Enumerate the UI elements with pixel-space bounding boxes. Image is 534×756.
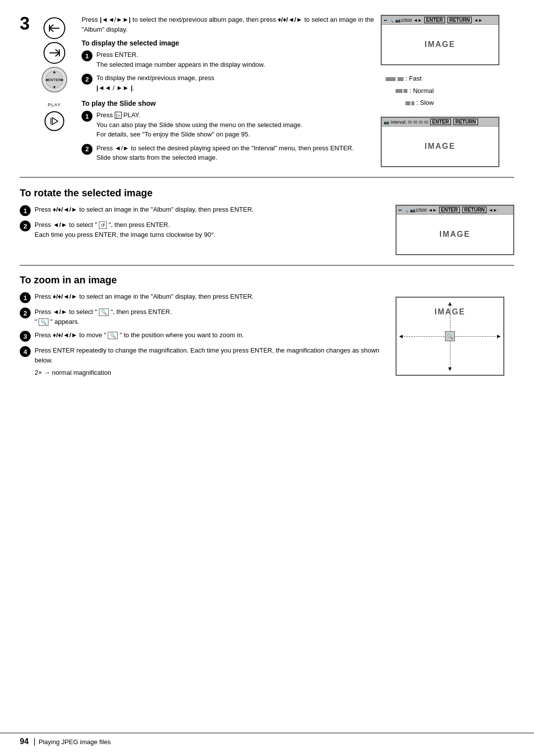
section-3-icons: ENTER ▲ ▼ ◄ ► PLAY [35,15,74,167]
rotate-step1-circle: 1 [20,205,31,216]
zoom-step2-circle: 2 [20,308,31,318]
rotate-diagram: ▪▪🔍📷1/500◄► ENTERRETURN◄► IMAGE [396,205,514,255]
slideshow-step2: 2 Press ◄/► to select the desired playin… [82,143,376,163]
slideshow-step1-text: Press ▷ PLAY. You can also play the Slid… [96,110,376,139]
zoom-step4: 4 Press ENTER repeatedly to change the m… [20,346,386,365]
speed-slow: : Slow [405,97,514,109]
footer-text: Playing JPEG image files [39,738,111,746]
slideshow-step2-text: Press ◄/► to select the desired playing … [96,143,376,163]
prev-icon [44,17,65,39]
svg-marker-4 [52,118,58,125]
page: 3 [0,0,534,756]
section-3-left: 3 [20,15,376,167]
zoom-section: To zoom in an image 1 Press ♦/♦/◄/► to s… [20,274,514,376]
step-1-circle: 1 [82,50,92,61]
zoom-text: 1 Press ♦/♦/◄/► to select an image in th… [20,292,386,376]
speed-fast: : Fast [386,73,514,85]
zoom-arrow-right: ► [496,333,502,340]
slideshow-step2-circle: 2 [82,144,92,155]
zoom-title: To zoom in an image [20,274,514,286]
slideshow-step1-circle: 1 [82,111,92,122]
zoom-step1-text: Press ♦/♦/◄/► to select an image in the … [35,292,386,303]
page-number: 94 [20,737,29,746]
step-number-3: 3 [20,15,30,33]
screen2: 📷Interval: ENTERRETURN IMAGE [381,117,499,167]
speed-normal: : Normal [396,85,514,97]
rotate-screen: ▪▪🔍📷1/500◄► ENTERRETURN◄► IMAGE [396,205,514,255]
screen1-container: ▪▪🔍📷1/500◄► ENTERRETURN◄► IMAGE [381,15,514,65]
zoom-step3-text: Press ♦/♦/◄/► to move " 🔍 " to the posit… [35,330,386,342]
rotate-text: 1 Press ♦/♦/◄/► to select an image in th… [20,205,386,255]
zoom-arrow-down: ▼ [447,365,453,372]
screen2-container: 📷Interval: ENTERRETURN IMAGE [381,117,514,167]
zoom-step3: 3 Press ♦/♦/◄/► to move " 🔍 " to the pos… [20,330,386,342]
screen1: ▪▪🔍📷1/500◄► ENTERRETURN◄► IMAGE [381,15,499,65]
zoom-step2: 2 Press ◄/► to select " 🔍 ", then press … [20,307,386,326]
section-3-content: Press |◄◄/►►| to select the next/previou… [74,15,376,167]
rotate-screen-topbar: ▪▪🔍📷1/500◄► ENTERRETURN◄► [397,206,513,215]
section-3-right: ▪▪🔍📷1/500◄► ENTERRETURN◄► IMAGE : Fast :… [376,15,514,167]
screen1-topbar: ▪▪🔍📷1/500◄► ENTERRETURN◄► [382,16,498,25]
rotate-step1: 1 Press ♦/♦/◄/► to select an image in th… [20,205,386,216]
step-1-text: Press ENTER. The selected image number a… [96,50,376,69]
display-step1: 1 Press ENTER. The selected image number… [82,50,376,69]
slideshow-title: To play the Slide show [82,99,376,107]
display-title: To display the selected image [82,39,376,47]
screen2-label: IMAGE [425,142,455,151]
play-label: PLAY [48,102,61,107]
next-icon [44,42,65,64]
step-2-circle: 2 [82,74,92,85]
zoom-arrow-up: ▲ [447,300,453,307]
speed-labels: : Fast : Normal : Slow [386,73,514,109]
step-2-text: To display the next/previous image, pres… [96,73,376,92]
rotate-step2: 2 Press ◄/► to select " ↺ ", then press … [20,220,386,239]
play-icon [44,111,64,131]
zoom-content: 1 Press ♦/♦/◄/► to select an image in th… [20,292,514,376]
page-footer: 94 | Playing JPEG image files [0,733,534,746]
rotate-step1-text: Press ♦/♦/◄/► to select an image in the … [35,205,386,216]
zoom-step4-text: Press ENTER repeatedly to change the mag… [35,346,386,365]
rotate-step2-text: Press ◄/► to select " ↺ ", then press EN… [35,220,386,239]
rotate-section: To rotate the selected image 1 Press ♦/♦… [20,187,514,255]
display-step2: 2 To display the next/previous image, pr… [82,73,376,92]
rotate-content: 1 Press ♦/♦/◄/► to select an image in th… [20,205,514,255]
zoom-center-icon: 🔍 [445,331,455,341]
zoom-note: 2× → normal magnification [35,369,386,376]
screen1-label: IMAGE [425,40,455,49]
rotate-title: To rotate the selected image [20,187,514,199]
zoom-step3-circle: 3 [20,331,31,342]
divider1 [20,265,514,266]
screen2-topbar: 📷Interval: ENTERRETURN [382,118,498,127]
screen1-body: IMAGE [382,25,498,64]
zoom-diagram: IMAGE ▲ ▼ ◄ ► 🔍 [396,297,504,376]
screen2-body: IMAGE [382,127,498,166]
rotate-screen-body: IMAGE [397,215,513,254]
zoom-step2-text: Press ◄/► to select " 🔍 ", then press EN… [35,307,386,326]
rotate-step2-circle: 2 [20,221,31,231]
section-3: 3 [20,15,514,178]
zoom-step1: 1 Press ♦/♦/◄/► to select an image in th… [20,292,386,303]
zoom-step1-circle: 1 [20,292,31,303]
slideshow-step1: 1 Press ▷ PLAY. You can also play the Sl… [82,110,376,139]
rotate-screen-label: IMAGE [440,230,470,239]
zoom-arrow-left: ◄ [398,333,404,340]
section3-intro: Press |◄◄/►►| to select the next/previou… [82,15,376,34]
enter-icon: ENTER ▲ ▼ ◄ ► [42,67,67,92]
zoom-step4-circle: 4 [20,346,31,357]
zoom-diagram-container: IMAGE ▲ ▼ ◄ ► 🔍 [396,292,514,376]
